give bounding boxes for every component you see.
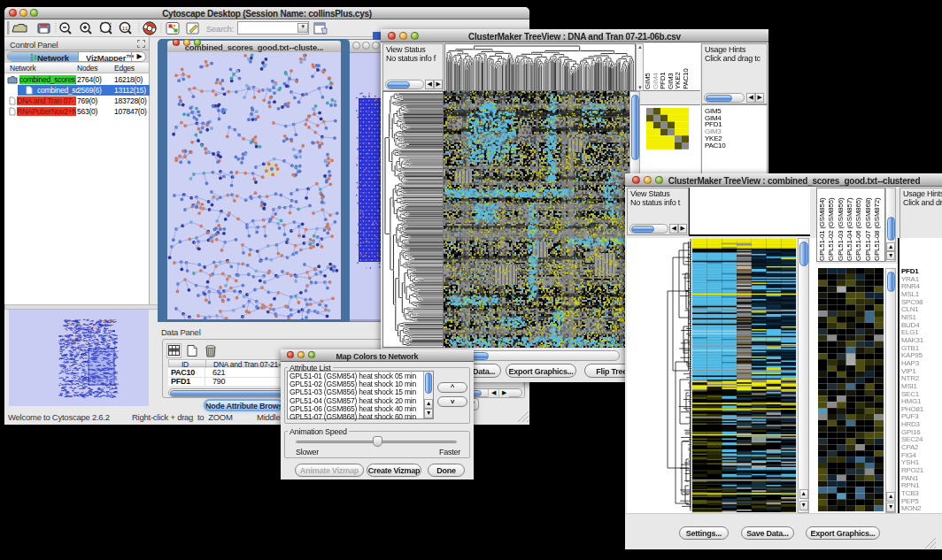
svg-text:1:1: 1:1 [122,26,128,31]
